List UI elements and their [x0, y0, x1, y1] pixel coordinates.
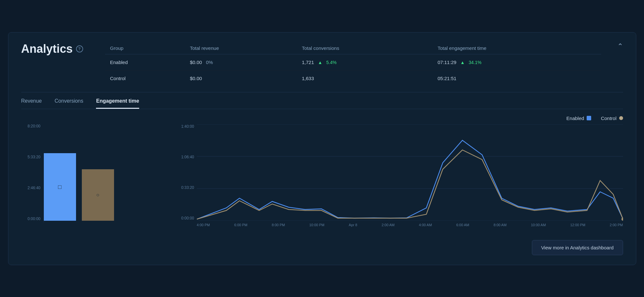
- bar-y-axis: 8:20:00 5:33:20 2:46:40 0:00:00: [21, 124, 44, 221]
- tab-engagement-time[interactable]: Engagement time: [96, 98, 139, 109]
- bar-y-label-4: 8:20:00: [21, 124, 41, 128]
- bars-container: □ ○: [44, 124, 176, 221]
- x-label-1: 6:00 PM: [234, 223, 247, 227]
- x-label-4: Apr 8: [349, 223, 357, 227]
- x-label-7: 6:00 AM: [456, 223, 469, 227]
- col-engagement: Total engagement time: [432, 42, 601, 54]
- bar-chart-area: 8:20:00 5:33:20 2:46:40 0:00:00 □: [21, 124, 176, 234]
- row-control-revenue: $0.00: [185, 70, 297, 86]
- bar-enabled: □: [44, 153, 76, 221]
- control-legend-dot: [619, 116, 623, 120]
- help-icon[interactable]: ?: [76, 45, 83, 52]
- analytics-table: Group Total revenue Total conversions To…: [105, 42, 601, 86]
- analytics-table-area: Group Total revenue Total conversions To…: [105, 42, 601, 86]
- x-axis-labels: 4:00 PM 6:00 PM 8:00 PM 10:00 PM Apr 8 2…: [197, 221, 623, 234]
- control-bar-icon: ○: [96, 192, 100, 198]
- row-control-group: Control: [105, 70, 185, 86]
- enabled-legend-square: [587, 116, 591, 120]
- enabled-bar-icon: □: [58, 183, 62, 190]
- tab-conversions[interactable]: Conversions: [55, 98, 83, 109]
- bar-y-label-3: 5:33:20: [21, 155, 41, 159]
- control-line: [197, 150, 623, 219]
- bar-tick: [43, 222, 44, 222]
- col-conversions: Total conversions: [297, 42, 432, 54]
- bar-control: ○: [82, 169, 114, 221]
- chart-section: Enabled Control 8:20:00 5:33:20 2:46:40 …: [21, 116, 623, 234]
- conversions-change-icon: ▲: [318, 60, 322, 65]
- control-end-dot: [621, 218, 623, 221]
- x-label-3: 10:00 PM: [309, 223, 324, 227]
- collapse-button[interactable]: ⌃: [614, 42, 623, 51]
- charts-row: 8:20:00 5:33:20 2:46:40 0:00:00 □: [21, 124, 623, 234]
- header-row: Analytics ? Group Total revenue Total co…: [21, 42, 623, 86]
- lc-y-axis: 1:40:00 1:06:40 0:33:20 0:00:00: [176, 124, 197, 221]
- col-group: Group: [105, 42, 185, 54]
- legend-enabled: Enabled: [566, 116, 591, 121]
- tabs-row: Revenue Conversions Engagement time: [21, 92, 623, 109]
- bar-y-label-1: 0:00:00: [21, 217, 41, 221]
- x-label-8: 8:00 AM: [494, 223, 506, 227]
- line-chart-area: 1:40:00 1:06:40 0:33:20 0:00:00: [176, 124, 623, 234]
- tab-revenue[interactable]: Revenue: [21, 98, 42, 109]
- col-revenue: Total revenue: [185, 42, 297, 54]
- enabled-line: [197, 140, 623, 219]
- analytics-panel: Analytics ? Group Total revenue Total co…: [8, 32, 636, 265]
- x-label-0: 4:00 PM: [197, 223, 210, 227]
- engagement-change-icon: ▲: [460, 60, 465, 65]
- row-enabled-revenue: $0.00 0%: [185, 54, 297, 70]
- row-control-conversions: 1,633: [297, 70, 432, 86]
- x-label-6: 4:00 AM: [419, 223, 432, 227]
- x-label-5: 2:00 AM: [381, 223, 394, 227]
- lc-svg-area: [197, 124, 623, 221]
- conversions-change-value: 5.4%: [326, 60, 337, 65]
- line-chart-inner: 1:40:00 1:06:40 0:33:20 0:00:00: [176, 124, 623, 221]
- row-enabled-engagement: 07:11:29 ▲ 34.1%: [432, 54, 601, 70]
- view-more-button[interactable]: View more in Analytics dashboard: [532, 240, 623, 255]
- bar-y-label-2: 2:46:40: [21, 186, 41, 190]
- row-control-engagement: 05:21:51: [432, 70, 601, 86]
- row-enabled-conversions: 1,721 ▲ 5.4%: [297, 54, 432, 70]
- bottom-row: View more in Analytics dashboard: [21, 240, 623, 255]
- table-row: Enabled $0.00 0% 1,721 ▲ 5.4% 07:11:29: [105, 54, 601, 70]
- control-label-text: Control: [601, 116, 616, 121]
- x-label-2: 8:00 PM: [272, 223, 285, 227]
- x-label-10: 12:00 PM: [570, 223, 585, 227]
- engagement-change-value: 34.1%: [469, 60, 482, 65]
- x-label-11: 2:00 PM: [610, 223, 623, 227]
- x-label-9: 10:00 AM: [531, 223, 546, 227]
- lc-y-3: 1:06:40: [176, 155, 194, 159]
- bar-chart-inner: 8:20:00 5:33:20 2:46:40 0:00:00 □: [21, 124, 176, 221]
- analytics-title: Analytics ?: [21, 42, 92, 56]
- lc-y-2: 0:33:20: [176, 185, 194, 190]
- line-chart-svg: [197, 124, 623, 221]
- chart-legend: Enabled Control: [21, 116, 623, 121]
- row-enabled-group: Enabled: [105, 54, 185, 70]
- analytics-title-text: Analytics: [21, 42, 73, 56]
- table-row: Control $0.00 1,633 05:21:51: [105, 70, 601, 86]
- lc-y-1: 0:00:00: [176, 216, 194, 220]
- lc-y-4: 1:40:00: [176, 124, 194, 129]
- legend-control: Control: [601, 116, 623, 121]
- enabled-label-text: Enabled: [566, 116, 584, 121]
